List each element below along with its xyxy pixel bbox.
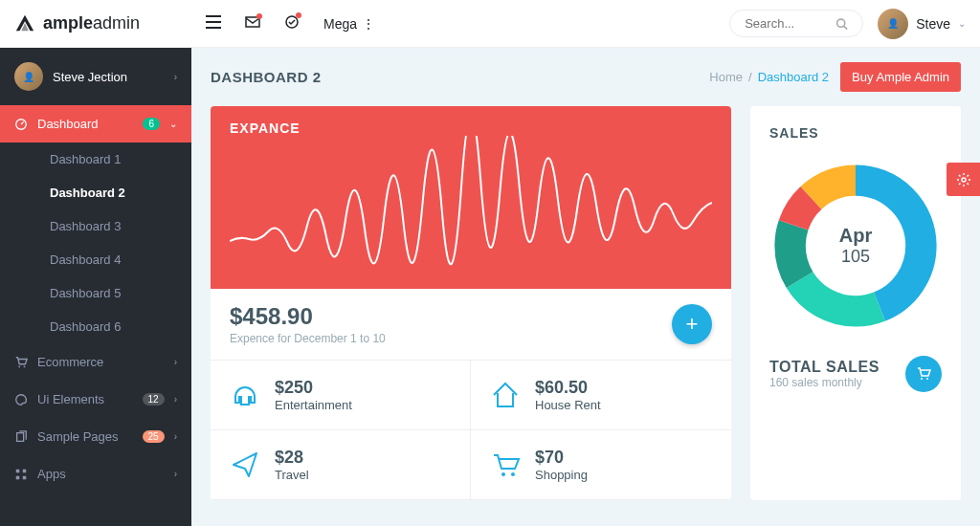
chevron-right-icon: › xyxy=(174,431,177,442)
donut-label: Apr xyxy=(839,225,872,247)
sidebar-sub-items: Dashboard 1 Dashboard 2 Dashboard 3 Dash… xyxy=(0,142,191,343)
sidebar-badge: 6 xyxy=(143,118,160,130)
settings-button[interactable] xyxy=(947,163,980,196)
expance-cell-house: $60.50House Rent xyxy=(471,361,731,430)
topbar: ampleadmin Mega ⋮ 👤 Steve ⌄ xyxy=(0,0,980,48)
sales-donut: Apr 105 xyxy=(769,160,942,332)
svg-point-19 xyxy=(926,378,928,380)
svg-point-12 xyxy=(511,472,515,476)
chevron-right-icon: › xyxy=(174,357,177,367)
breadcrumb: Home / Dashboard 2 xyxy=(709,70,829,84)
brand-light: admin xyxy=(93,13,140,33)
notification-dot xyxy=(256,13,262,19)
expance-title: EXPANCE xyxy=(230,121,712,136)
amount: $70 xyxy=(535,448,588,468)
cart-button[interactable] xyxy=(905,356,942,392)
more-icon: ⋮ xyxy=(362,16,375,32)
sidebar-user[interactable]: 👤 Steve Jection › xyxy=(0,48,191,105)
avatar: 👤 xyxy=(14,62,43,91)
mail-icon[interactable] xyxy=(245,15,260,33)
label: House Rent xyxy=(535,398,601,412)
sidebar-sub-item[interactable]: Dashboard 6 xyxy=(35,310,191,343)
chevron-right-icon: › xyxy=(174,469,177,479)
svg-point-18 xyxy=(921,378,923,380)
search-box[interactable] xyxy=(729,10,863,37)
chevron-down-icon: ⌄ xyxy=(958,18,966,29)
plane-icon xyxy=(230,449,260,480)
cart-icon xyxy=(14,356,28,369)
expance-total: $458.90 xyxy=(230,303,386,330)
sidebar-item-label: Ui Elements xyxy=(37,392,133,406)
amount: $28 xyxy=(275,448,309,468)
sidebar: 👤 Steve Jection › Dashboard 6 ⌄ Dashboar… xyxy=(0,48,191,526)
plus-icon: + xyxy=(686,312,699,337)
amount: $250 xyxy=(275,378,352,398)
buy-button[interactable]: Buy Ample Admin xyxy=(840,62,961,92)
mega-menu[interactable]: Mega ⋮ xyxy=(323,16,375,32)
sidebar-item-ui[interactable]: Ui Elements 12 › xyxy=(0,381,191,418)
main-content: DASHBOARD 2 Home / Dashboard 2 Buy Ample… xyxy=(191,48,980,500)
notification-dot xyxy=(296,12,301,18)
sidebar-sub-item[interactable]: Dashboard 5 xyxy=(35,276,191,310)
sidebar-user-name: Steve Jection xyxy=(53,70,165,84)
expance-cell-entertainment: $250Entertainment xyxy=(211,361,471,430)
sidebar-item-label: Dashboard xyxy=(37,117,133,131)
sidebar-badge: 25 xyxy=(143,430,165,443)
topbar-icons: Mega ⋮ xyxy=(206,14,375,33)
breadcrumb-current: Dashboard 2 xyxy=(758,70,829,84)
sidebar-item-sample[interactable]: Sample Pages 25 › xyxy=(0,418,191,455)
amount: $60.50 xyxy=(535,378,601,398)
donut-value: 105 xyxy=(839,247,872,267)
gear-icon xyxy=(956,172,971,187)
sidebar-badge: 12 xyxy=(143,393,165,405)
sidebar-sub-item[interactable]: Dashboard 1 xyxy=(35,142,191,176)
grid-icon xyxy=(14,468,28,481)
svg-point-2 xyxy=(837,19,845,27)
svg-rect-10 xyxy=(23,475,27,479)
svg-rect-6 xyxy=(17,432,24,441)
headphones-icon xyxy=(230,380,260,410)
svg-point-4 xyxy=(18,365,20,367)
breadcrumb-sep: / xyxy=(748,70,752,84)
expance-cell-shopping: $70Shopping xyxy=(471,430,731,500)
check-icon[interactable] xyxy=(284,14,300,33)
avatar: 👤 xyxy=(878,9,908,39)
sidebar-sub-item[interactable]: Dashboard 4 xyxy=(35,243,191,276)
brand-bold: ample xyxy=(43,13,93,33)
brand-logo[interactable]: ampleadmin xyxy=(14,13,191,34)
palette-icon xyxy=(14,393,28,406)
sidebar-item-ecommerce[interactable]: Ecommerce › xyxy=(0,343,191,381)
label: Travel xyxy=(275,468,309,482)
donut-center: Apr 105 xyxy=(839,225,872,267)
sidebar-sub-item[interactable]: Dashboard 3 xyxy=(35,209,191,243)
svg-rect-8 xyxy=(23,469,27,472)
add-button[interactable]: + xyxy=(672,304,712,344)
expance-cell-travel: $28Travel xyxy=(211,430,471,500)
copy-icon xyxy=(14,430,28,444)
chevron-right-icon: › xyxy=(174,394,177,405)
expance-card: EXPANCE $458.90 Expence for December 1 t… xyxy=(211,106,731,500)
sales-total-title: TOTAL SALES xyxy=(769,359,880,376)
sidebar-item-label: Ecommerce xyxy=(37,355,165,369)
gauge-icon xyxy=(14,118,28,131)
search-icon xyxy=(835,17,848,31)
user-menu[interactable]: 👤 Steve ⌄ xyxy=(878,9,966,39)
user-name: Steve xyxy=(916,16,950,32)
label: Entertainment xyxy=(275,398,352,412)
cart-icon xyxy=(490,449,521,480)
svg-point-5 xyxy=(24,365,26,367)
sidebar-item-apps[interactable]: Apps › xyxy=(0,455,191,493)
expance-grid: $250Entertainment $60.50House Rent $28Tr… xyxy=(211,360,731,500)
sidebar-sub-item[interactable]: Dashboard 2 xyxy=(35,176,191,209)
svg-rect-7 xyxy=(16,469,20,472)
menu-icon[interactable] xyxy=(206,15,221,33)
expance-subtitle: Expence for December 1 to 10 xyxy=(230,332,386,345)
page-title: DASHBOARD 2 xyxy=(211,69,322,85)
sidebar-item-label: Sample Pages xyxy=(37,429,133,444)
sidebar-item-dashboard[interactable]: Dashboard 6 ⌄ xyxy=(0,105,191,142)
search-input[interactable] xyxy=(745,16,835,31)
expance-total-row: $458.90 Expence for December 1 to 10 + xyxy=(211,289,731,360)
breadcrumb-home[interactable]: Home xyxy=(709,70,743,84)
sales-card: SALES Apr 105 TOTAL SALES 160 sales mon xyxy=(750,106,961,500)
sales-total-row: TOTAL SALES 160 sales monthly xyxy=(769,356,942,392)
